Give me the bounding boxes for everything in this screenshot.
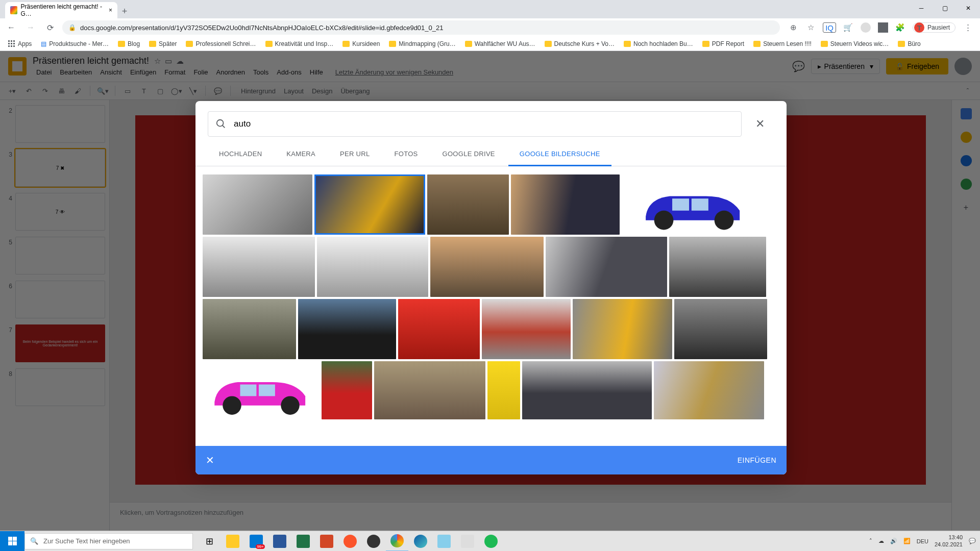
folder-icon [624, 41, 631, 47]
search-result-image[interactable] [511, 174, 620, 235]
bookmark-item[interactable]: Kreativität und Insp… [262, 39, 337, 48]
task-view-icon[interactable]: ⊞ [198, 531, 220, 552]
bookmark-label: Apps [18, 40, 32, 47]
search-result-image[interactable] [427, 174, 509, 235]
search-result-image[interactable] [573, 299, 672, 359]
tray-clock[interactable]: 13:40 24.02.2021 [935, 534, 963, 547]
profile-button[interactable]: T Pausiert [913, 22, 955, 33]
search-result-image[interactable] [622, 174, 766, 235]
bookmark-item[interactable]: Apps [5, 39, 35, 48]
browser-tab[interactable]: Präsentieren leicht gemacht! - G… × [5, 2, 117, 18]
tray-onedrive-icon[interactable]: ☁ [878, 538, 884, 544]
excel-app-icon[interactable] [292, 531, 314, 552]
bookmark-item[interactable]: Kursideen [339, 39, 383, 48]
folder-icon [265, 41, 273, 47]
edge-app-icon[interactable] [409, 531, 432, 552]
search-result-image[interactable] [522, 361, 652, 419]
search-result-image[interactable] [654, 361, 764, 419]
word-app-icon[interactable] [268, 531, 291, 552]
image-search-input[interactable] [234, 119, 734, 129]
notepad-app-icon[interactable] [433, 531, 455, 552]
brave-app-icon[interactable] [339, 531, 361, 552]
image-source-tab[interactable]: GOOGLE DRIVE [431, 143, 506, 166]
file-explorer-icon[interactable] [222, 531, 244, 552]
back-button[interactable]: ← [4, 20, 18, 35]
search-result-image[interactable] [314, 174, 425, 235]
taskbar-search[interactable]: 🔍 Zur Suche Text hier eingeben [24, 533, 193, 549]
close-dialog-button[interactable]: ✕ [750, 114, 770, 134]
tray-chevron-icon[interactable]: ˄ [869, 538, 872, 544]
bookmark-label: Steuern Lesen !!!! [763, 40, 812, 47]
search-result-image[interactable] [203, 299, 296, 359]
bookmark-item[interactable]: Professionell Schrei… [183, 39, 259, 48]
search-result-image[interactable] [322, 361, 372, 419]
zoom-icon[interactable]: ⊕ [788, 22, 798, 33]
tray-wifi-icon[interactable]: 📶 [903, 538, 911, 544]
svg-point-7 [281, 396, 299, 414]
cancel-selection-button[interactable]: ✕ [206, 454, 214, 466]
extensions-menu-icon[interactable]: 🧩 [895, 22, 905, 33]
app-icon-2[interactable] [456, 531, 479, 552]
image-source-tab[interactable]: KAMERA [275, 143, 327, 166]
address-bar[interactable]: 🔒 docs.google.com/presentation/d/1yV372S… [62, 20, 780, 35]
search-result-image[interactable] [203, 237, 315, 297]
reload-button[interactable]: ⟳ [43, 20, 57, 35]
bookmark-label: Kursideen [352, 40, 380, 47]
star-icon[interactable]: ☆ [805, 22, 816, 33]
image-source-tab[interactable]: HOCHLADEN [208, 143, 273, 166]
powerpoint-app-icon[interactable] [315, 531, 338, 552]
image-source-tab[interactable]: PER URL [329, 143, 381, 166]
apps-grid-icon [8, 40, 15, 47]
bookmark-item[interactable]: Später [146, 39, 180, 48]
search-result-image[interactable] [430, 237, 544, 297]
bookmark-item[interactable]: Deutsche Kurs + Vo… [542, 39, 618, 48]
new-tab-button[interactable]: + [117, 4, 132, 18]
bookmark-item[interactable]: PDF Report [699, 39, 747, 48]
tab-close-icon[interactable]: × [109, 7, 112, 14]
bookmark-item[interactable]: Wahlfächer WU Aus… [462, 39, 538, 48]
tray-language[interactable]: DEU [917, 538, 928, 544]
chrome-app-icon[interactable] [386, 531, 408, 552]
mail-app-icon[interactable]: 99+ [245, 531, 267, 552]
image-source-tab[interactable]: FOTOS [383, 143, 429, 166]
search-result-image[interactable] [674, 299, 767, 359]
search-result-image[interactable] [398, 299, 480, 359]
image-source-tab[interactable]: GOOGLE BILDERSUCHE [508, 143, 611, 166]
bookmark-item[interactable]: Steuern Videos wic… [818, 39, 892, 48]
folder-icon [389, 41, 396, 47]
svg-point-6 [223, 396, 241, 414]
extension-cart-icon[interactable]: 🛒 [843, 22, 853, 33]
search-result-image[interactable] [203, 361, 320, 419]
spotify-app-icon[interactable] [480, 531, 502, 552]
bookmark-item[interactable]: Noch hochladen Bu… [621, 39, 696, 48]
search-result-image[interactable] [546, 237, 667, 297]
bookmark-item[interactable]: Büro [895, 39, 923, 48]
search-result-image[interactable] [298, 299, 396, 359]
bookmark-item[interactable]: Steuern Lesen !!!! [750, 39, 815, 48]
extension-square-icon[interactable] [878, 22, 888, 33]
search-result-image[interactable] [374, 361, 485, 419]
tray-volume-icon[interactable]: 🔊 [890, 538, 897, 544]
extension-circle-icon[interactable] [861, 22, 871, 33]
search-result-image[interactable] [669, 237, 766, 297]
bookmark-label: Mindmapping (Gru… [399, 40, 455, 47]
chrome-menu-icon[interactable]: ⋮ [963, 22, 973, 33]
minimize-button[interactable]: ─ [910, 0, 933, 16]
image-search-box[interactable] [208, 111, 742, 137]
search-result-image[interactable] [482, 299, 571, 359]
start-button[interactable] [0, 531, 24, 552]
search-result-image[interactable] [317, 237, 428, 297]
insert-button[interactable]: EINFÜGEN [738, 456, 776, 464]
bookmark-item[interactable]: Mindmapping (Gru… [386, 39, 458, 48]
notifications-icon[interactable]: 💬 [969, 538, 976, 544]
search-result-image[interactable] [203, 174, 312, 235]
maximize-button[interactable]: ▢ [933, 0, 957, 16]
bookmark-item[interactable]: ▤Produktsuche - Mer… [38, 39, 112, 48]
close-window-button[interactable]: ✕ [957, 0, 980, 16]
search-result-image[interactable] [487, 361, 520, 419]
obs-app-icon[interactable] [362, 531, 385, 552]
bookmark-label: Büro [908, 40, 920, 47]
forward-button[interactable]: → [23, 20, 38, 35]
extension-iq-icon[interactable]: IQ [823, 22, 836, 33]
bookmark-item[interactable]: Blog [115, 39, 143, 48]
